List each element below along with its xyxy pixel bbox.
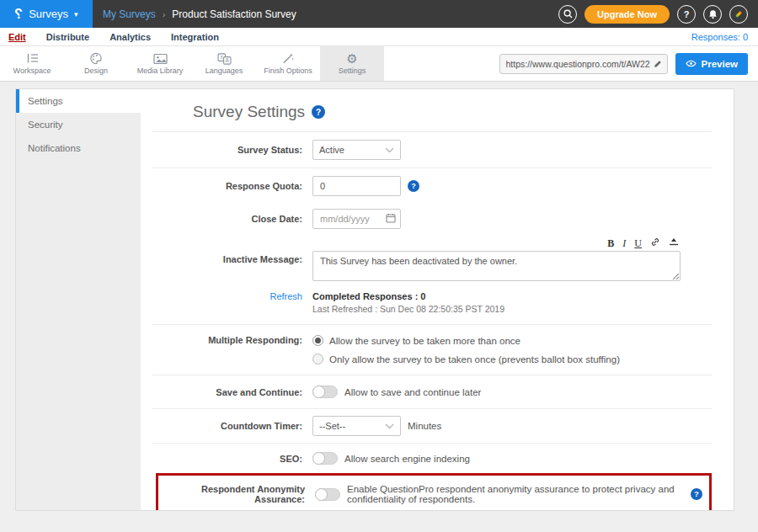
- response-quota-help-icon[interactable]: ?: [408, 180, 419, 192]
- tab-workspace[interactable]: Workspace: [0, 46, 64, 81]
- survey-url-input[interactable]: [500, 59, 654, 69]
- multiple-responding-row: Multiple Responding: Allow the survey to…: [152, 325, 712, 375]
- respondent-anonymity-description: Enable QuestionPro respondent anonymity …: [347, 484, 684, 504]
- bold-button[interactable]: B: [607, 238, 614, 248]
- preview-label: Preview: [702, 59, 738, 69]
- respondent-anonymity-highlight-box: Respondent Anonymity Assurance: Enable Q…: [156, 473, 712, 510]
- settings-content: Survey Settings ? Survey Status: Active …: [141, 89, 734, 510]
- breadcrumb: My Surveys › Product Satisfaction Survey: [93, 0, 296, 28]
- edit-toolbar: Workspace Design Media Library xA Langua…: [0, 46, 758, 82]
- link-icon[interactable]: [650, 237, 660, 248]
- toolbar-right: Preview: [499, 46, 758, 81]
- media-library-icon: [153, 53, 168, 65]
- feedback-pencil-icon[interactable]: [729, 5, 748, 24]
- survey-status-label: Survey Status:: [152, 145, 312, 155]
- tab-edit[interactable]: Edit: [8, 32, 26, 42]
- refresh-link[interactable]: Refresh: [152, 291, 312, 301]
- survey-settings-help-icon[interactable]: ?: [312, 105, 325, 119]
- eye-icon: [686, 59, 697, 69]
- image-icon[interactable]: [669, 237, 679, 248]
- responses-count: Responses: 0: [691, 32, 758, 42]
- save-and-continue-description: Allow to save and continue later: [344, 387, 481, 397]
- save-and-continue-toggle[interactable]: [312, 386, 338, 398]
- close-date-row: Close Date:: [152, 204, 712, 234]
- toggle-knob: [315, 488, 328, 501]
- notifications-bell-icon[interactable]: [703, 5, 722, 24]
- upgrade-now-button[interactable]: Upgrade Now: [585, 5, 670, 24]
- breadcrumb-my-surveys[interactable]: My Surveys: [103, 8, 156, 20]
- top-navbar: ? Surveys ▾ My Surveys › Product Satisfa…: [0, 0, 758, 28]
- seo-description: Allow search engine indexing: [344, 454, 470, 464]
- tab-media-library[interactable]: Media Library: [128, 46, 192, 81]
- seo-label: SEO:: [152, 454, 312, 464]
- underline-button[interactable]: U: [634, 238, 642, 248]
- design-label: Design: [84, 66, 108, 75]
- calendar-icon[interactable]: [386, 213, 396, 225]
- finish-options-label: Finish Options: [264, 66, 312, 75]
- tab-languages[interactable]: xA Languages: [192, 46, 256, 81]
- respondent-anonymity-help-icon[interactable]: ?: [691, 488, 702, 500]
- tab-integration[interactable]: Integration: [171, 32, 219, 42]
- countdown-timer-value: --Set--: [319, 421, 345, 431]
- radio-unselected-icon[interactable]: [312, 354, 323, 364]
- multiple-responding-label: Multiple Responding:: [152, 335, 312, 345]
- radio-allow-multiple[interactable]: Allow the survey to be taken more than o…: [312, 335, 620, 346]
- last-refreshed: Last Refreshed : Sun Dec 08 22:50:35 PST…: [312, 304, 504, 314]
- tab-settings[interactable]: ⚙ Settings: [320, 46, 384, 81]
- save-and-continue-label: Save and Continue:: [152, 387, 312, 397]
- settings-gear-icon: ⚙: [346, 52, 357, 65]
- survey-status-row: Survey Status: Active: [152, 132, 712, 168]
- tab-distribute[interactable]: Distribute: [46, 32, 89, 42]
- radio-allow-once-label: Only allow the survey to be taken once (…: [329, 354, 620, 364]
- survey-url-box: [499, 54, 668, 74]
- media-library-label: Media Library: [137, 66, 184, 75]
- tab-finish-options[interactable]: Finish Options: [256, 46, 320, 81]
- workspace-icon: [25, 52, 40, 65]
- design-palette-icon: [89, 52, 103, 65]
- respondent-anonymity-toggle[interactable]: [315, 488, 340, 501]
- countdown-timer-label: Countdown Timer:: [152, 421, 312, 431]
- title-row: Survey Settings ?: [152, 89, 712, 132]
- radio-selected-icon[interactable]: [312, 335, 323, 346]
- settings-label: Settings: [339, 66, 366, 75]
- response-quota-input[interactable]: [312, 176, 401, 196]
- respondent-anonymity-label: Respondent Anonymity Assurance:: [165, 484, 315, 504]
- tab-analytics[interactable]: Analytics: [109, 32, 151, 42]
- response-quota-row: Response Quota: ?: [152, 168, 712, 204]
- inactive-message-label: Inactive Message:: [152, 236, 312, 264]
- radio-allow-once[interactable]: Only allow the survey to be taken once (…: [312, 354, 620, 364]
- tab-design[interactable]: Design: [64, 46, 128, 81]
- toggle-knob: [312, 452, 325, 465]
- survey-status-value: Active: [319, 145, 344, 155]
- refresh-row: Refresh Completed Responses : 0 Last Ref…: [152, 285, 712, 325]
- toggle-knob: [312, 386, 325, 398]
- sidebar-item-notifications[interactable]: Notifications: [16, 136, 141, 160]
- preview-button[interactable]: Preview: [675, 53, 748, 75]
- finish-options-wand-icon: [281, 52, 295, 65]
- settings-card: Settings Security Notifications Survey S…: [15, 88, 734, 511]
- countdown-timer-select[interactable]: --Set--: [312, 416, 401, 436]
- seo-row: SEO: Allow search engine indexing: [152, 444, 712, 471]
- countdown-timer-row: Countdown Timer: --Set-- Minutes: [152, 409, 712, 444]
- survey-section-nav: Edit Distribute Analytics Integration Re…: [0, 28, 758, 46]
- sidebar-item-settings[interactable]: Settings: [16, 89, 141, 113]
- inactive-message-textarea[interactable]: This Survey has been deactivated by the …: [312, 251, 681, 281]
- sidebar-item-security[interactable]: Security: [16, 113, 141, 136]
- settings-sidebar: Settings Security Notifications: [16, 89, 141, 510]
- search-icon[interactable]: [558, 5, 577, 24]
- chevron-down-icon: [385, 421, 394, 431]
- help-icon[interactable]: ?: [677, 5, 696, 24]
- page-title: Survey Settings: [193, 103, 305, 121]
- surveys-product-menu[interactable]: ? Surveys ▾: [0, 0, 93, 28]
- seo-toggle[interactable]: [312, 452, 338, 465]
- svg-text:A: A: [225, 57, 229, 63]
- edit-url-pencil-icon[interactable]: [654, 60, 667, 68]
- completed-responses: Completed Responses : 0: [312, 291, 504, 301]
- breadcrumb-separator: ›: [163, 9, 166, 19]
- chevron-down-icon: ▾: [74, 10, 78, 19]
- workspace-label: Workspace: [13, 66, 51, 75]
- chevron-down-icon: [385, 145, 394, 155]
- svg-text:x: x: [220, 54, 223, 60]
- survey-status-select[interactable]: Active: [312, 140, 401, 160]
- italic-button[interactable]: I: [622, 238, 626, 248]
